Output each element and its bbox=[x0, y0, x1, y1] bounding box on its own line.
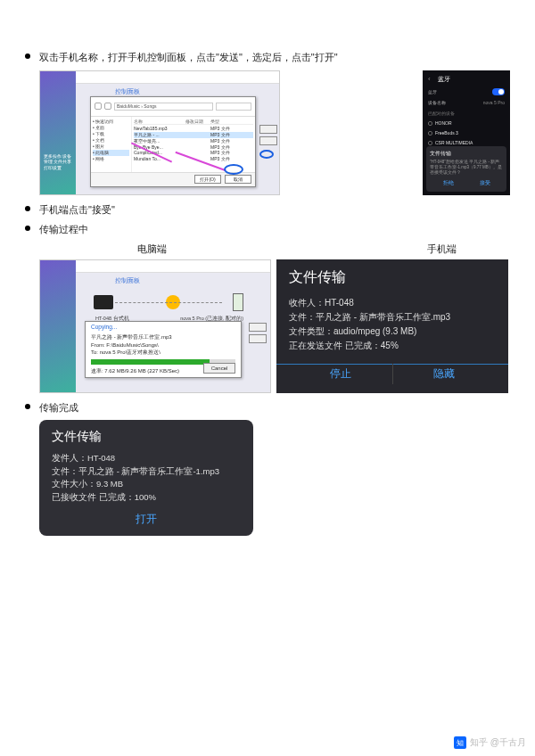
cancel-button[interactable]: 取消 bbox=[225, 175, 251, 184]
sidebar-extra-text: 更多操作 设备管理 文件共享 打印设置 bbox=[40, 150, 76, 194]
tree-item[interactable]: • 此电脑 bbox=[93, 150, 129, 156]
send-button[interactable] bbox=[259, 125, 277, 134]
panel-title: 控制面板 bbox=[115, 87, 140, 96]
devname-label: 设备名称 bbox=[428, 99, 446, 106]
copy-file: 平凡之路 - 新声带音乐工作室.mp3 bbox=[91, 333, 235, 341]
pc-icon bbox=[94, 295, 113, 309]
popup-message: "HT-048"想给您发送 平凡之路 - 新声带音乐工作室-1.mp3（9.77… bbox=[430, 160, 503, 176]
bullet-icon bbox=[25, 226, 30, 231]
step2-row: 手机端点击"接受" bbox=[25, 202, 510, 218]
step3-row: 传输过程中 bbox=[25, 222, 510, 237]
copying-title: Copying... bbox=[91, 324, 235, 330]
devname-value: nova 5 Pro bbox=[483, 99, 505, 106]
folder-tree[interactable]: • 快速访问• 桌面• 下载• 文档• 图片• 此电脑• 网络 bbox=[91, 117, 132, 176]
step1-row: 双击手机名称，打开手机控制面板，点击"发送"，选定后，点击"打开" bbox=[25, 50, 510, 65]
open-button[interactable]: 打开(O) bbox=[194, 175, 221, 184]
file-line: 文件：平凡之路 - 新声带音乐工作室-1.mp3 bbox=[52, 465, 241, 479]
recipient-line: 收件人：HT-048 bbox=[289, 296, 496, 310]
bullet-icon bbox=[25, 53, 30, 59]
phone-side-label: 手机端 bbox=[427, 242, 457, 256]
status-line: 已接收文件 已完成：100% bbox=[52, 491, 241, 505]
pc-file-dialog-screenshot: 更多操作 设备管理 文件共享 打印设置 控制面板 BaiduMusic › So… bbox=[39, 70, 280, 195]
phone-transfer-progress-screenshot: 文件传输 收件人：HT-048 文件：平凡之路 - 新声带音乐工作室.mp3 文… bbox=[276, 259, 508, 393]
search-input[interactable] bbox=[216, 103, 251, 111]
type-line: 文件类型：audio/mpeg (9.3 MB) bbox=[289, 325, 496, 339]
tree-item[interactable]: • 快速访问 bbox=[93, 119, 129, 125]
close-button[interactable] bbox=[249, 334, 267, 343]
cancel-button[interactable]: Cancel bbox=[203, 363, 235, 374]
step3-images: 控制面板 HT-048 台式机 nova 5 Pro (已连接, 配对的) Co… bbox=[39, 259, 510, 393]
step1-text: 双击手机名称，打开手机控制面板，点击"发送"，选定后，点击"打开" bbox=[39, 50, 338, 65]
file-row[interactable]: NewTab185.mp3MP3 文件 bbox=[134, 126, 253, 132]
status-line: 正在发送文件 已完成：45% bbox=[289, 339, 496, 353]
file-line: 文件：平凡之路 - 新声带音乐工作室.mp3 bbox=[289, 310, 496, 325]
bullet-icon bbox=[25, 404, 30, 409]
hide-button[interactable]: 隐藏 bbox=[393, 364, 497, 383]
bt-device-item[interactable]: HONOR bbox=[428, 119, 505, 127]
phone-bluetooth-screenshot: ‹蓝牙 蓝牙 设备名称nova 5 Pro 已配对的设备 HONORFreeBu… bbox=[423, 70, 510, 195]
side-labels: 电脑端 手机端 bbox=[39, 242, 510, 256]
nav-fwd-icon[interactable] bbox=[104, 103, 111, 110]
step1-images: 更多操作 设备管理 文件共享 打印设置 控制面板 BaiduMusic › So… bbox=[39, 70, 510, 195]
close-button[interactable] bbox=[259, 136, 277, 145]
sender-line: 发件人：HT-048 bbox=[52, 452, 241, 465]
phone-transfer-complete-screenshot: 文件传输 发件人：HT-048 文件：平凡之路 - 新声带音乐工作室-1.mp3… bbox=[39, 420, 253, 536]
tree-item[interactable]: • 文档 bbox=[93, 137, 129, 144]
pc-side-label: 电脑端 bbox=[137, 242, 167, 256]
pc-transfer-screenshot: 控制面板 HT-048 台式机 nova 5 Pro (已连接, 配对的) Co… bbox=[39, 259, 271, 393]
zhihu-logo-icon: 知 bbox=[454, 736, 466, 749]
transfer-title: 文件传输 bbox=[52, 429, 241, 445]
panel-title: 控制面板 bbox=[115, 276, 140, 285]
bt-device-item[interactable]: FreeBuds 3 bbox=[428, 129, 505, 136]
tree-item[interactable]: • 桌面 bbox=[93, 125, 129, 131]
file-row[interactable]: 平凡之路 - ...MP3 文件 bbox=[134, 132, 253, 138]
tree-item[interactable]: • 网络 bbox=[93, 156, 129, 162]
stop-button[interactable]: 停止 bbox=[289, 364, 392, 383]
send-button[interactable] bbox=[249, 323, 267, 332]
copy-from: From: F:\BaiduMusic\Songs\ bbox=[91, 342, 235, 348]
paired-label: 已配对的设备 bbox=[428, 110, 505, 117]
copying-dialog: Copying... 平凡之路 - 新声带音乐工作室.mp3 From: F:\… bbox=[85, 321, 242, 378]
annotation-circle-icon bbox=[259, 150, 274, 159]
bt-toggle-label: 蓝牙 bbox=[428, 88, 437, 95]
incoming-file-popup: 文件传输 "HT-048"想给您发送 平凡之路 - 新声带音乐工作室-1.mp3… bbox=[426, 146, 506, 192]
accept-button[interactable]: 接受 bbox=[480, 179, 490, 188]
file-row[interactable]: 夜空中最亮...MP3 文件 bbox=[134, 138, 253, 144]
file-row[interactable]: Bye Bye Bye...MP3 文件 bbox=[134, 144, 253, 151]
zhihu-watermark: 知 知乎 @千古月 bbox=[454, 736, 526, 749]
transfer-title: 文件传输 bbox=[289, 268, 496, 287]
bt-title: 蓝牙 bbox=[438, 74, 450, 84]
popup-title: 文件传输 bbox=[430, 150, 503, 159]
copy-to: To: nova 5 Pro\蓝牙对象推送\ bbox=[91, 349, 235, 357]
reject-button[interactable]: 拒绝 bbox=[443, 179, 454, 188]
annotation-circle-icon bbox=[224, 164, 243, 175]
tree-item[interactable]: • 图片 bbox=[93, 144, 129, 150]
step4-row: 传输完成 bbox=[25, 400, 510, 415]
watermark-text: 知乎 @千古月 bbox=[470, 736, 526, 749]
bluetooth-toggle[interactable] bbox=[492, 88, 505, 95]
step2-text: 手机端点击"接受" bbox=[39, 202, 115, 218]
phone-icon bbox=[233, 293, 243, 311]
nav-back-icon[interactable] bbox=[95, 103, 102, 110]
size-line: 文件大小：9.3 MB bbox=[52, 478, 241, 491]
open-button[interactable]: 打开 bbox=[52, 506, 241, 527]
tree-item[interactable]: • 下载 bbox=[93, 131, 129, 137]
step3-text: 传输过程中 bbox=[39, 222, 88, 237]
bullet-icon bbox=[25, 206, 30, 211]
step4-text: 传输完成 bbox=[39, 400, 78, 415]
address-bar[interactable]: BaiduMusic › Songs bbox=[114, 103, 213, 111]
back-icon[interactable]: ‹ bbox=[428, 74, 431, 86]
